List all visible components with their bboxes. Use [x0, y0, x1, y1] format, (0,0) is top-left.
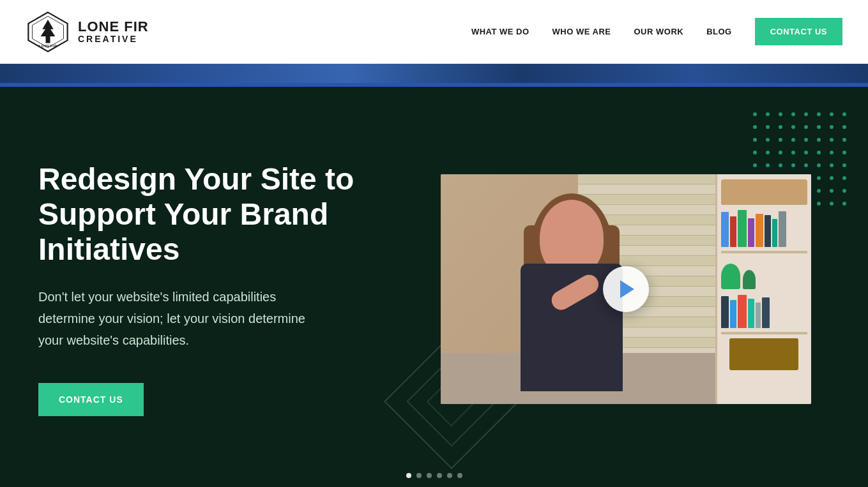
logo-text: LONE FIR CREATIVE — [78, 19, 149, 45]
hero-section: Redesign Your Site to Support Your Brand… — [0, 87, 868, 487]
play-icon — [620, 280, 634, 298]
nav-contact-button[interactable]: CONTACT US — [755, 18, 842, 45]
svg-text:LONEFIR: LONEFIR — [38, 43, 57, 47]
hero-subtitle: Don't let your website's limited capabil… — [38, 286, 332, 351]
hero-title: Redesign Your Site to Support Your Brand… — [38, 161, 383, 267]
nav-blog[interactable]: BLOG — [706, 27, 732, 36]
slide-dot-2[interactable] — [416, 473, 422, 478]
banner-strip — [0, 64, 868, 83]
logo-name-line1: LONE FIR — [78, 19, 149, 34]
play-button[interactable] — [603, 266, 649, 312]
hero-contact-button[interactable]: CONTACT US — [38, 383, 144, 416]
video-container[interactable] — [441, 174, 811, 404]
video-thumbnail — [441, 174, 811, 404]
main-nav: WHAT WE DO WHO WE ARE OUR WORK BLOG CONT… — [471, 18, 842, 45]
play-button-container — [603, 266, 649, 312]
slide-dots — [406, 473, 462, 478]
svg-rect-4 — [46, 36, 50, 43]
slide-dot-3[interactable] — [427, 473, 432, 478]
logo-name-line2: CREATIVE — [78, 34, 149, 44]
slide-dot-4[interactable] — [437, 473, 442, 478]
hero-right-video — [383, 174, 830, 404]
nav-what-we-do[interactable]: WHAT WE DO — [471, 27, 529, 36]
hero-left-content: Redesign Your Site to Support Your Brand… — [38, 161, 383, 417]
svg-marker-3 — [41, 25, 56, 36]
logo[interactable]: LONEFIR LONE FIR CREATIVE — [26, 10, 149, 54]
nav-our-work[interactable]: OUR WORK — [634, 27, 684, 36]
logo-icon: LONEFIR — [26, 10, 70, 54]
slide-dot-1[interactable] — [406, 473, 411, 478]
slide-dot-6[interactable] — [457, 473, 462, 478]
header: LONEFIR LONE FIR CREATIVE WHAT WE DO WHO… — [0, 0, 868, 64]
nav-who-we-are[interactable]: WHO WE ARE — [552, 27, 611, 36]
slide-dot-5[interactable] — [447, 473, 452, 478]
